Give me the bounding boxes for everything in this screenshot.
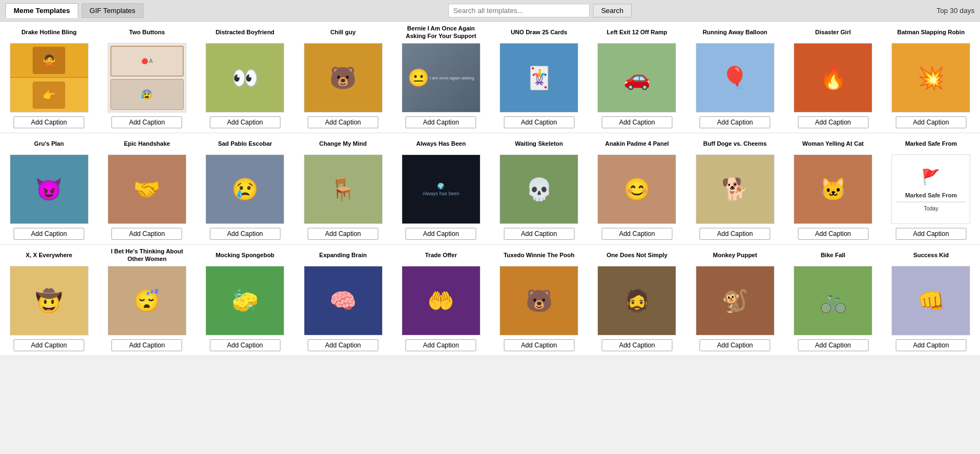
meme-image-alwayshas: 🌍Always has been xyxy=(402,154,480,224)
add-caption-btn-tuxedo[interactable]: Add Caption xyxy=(504,339,575,351)
meme-cell-distracted: Distracted Boyfriend👀Add Caption xyxy=(196,22,294,133)
meme-image-leftexit: 🚗 xyxy=(597,43,676,113)
meme-image-markedsafe: 🚩 Marked Safe From Today xyxy=(891,154,970,224)
meme-title-tradeoffer: Trade Offer xyxy=(425,248,457,263)
meme-cell-expandingbrain: Expanding Brain🧠Add Caption xyxy=(294,245,392,356)
meme-image-disaster: 🔥 xyxy=(794,43,872,113)
search-input[interactable] xyxy=(448,4,590,17)
meme-image-womanyelling: 🐱 xyxy=(794,154,872,224)
add-caption-btn-batman[interactable]: Add Caption xyxy=(896,116,966,128)
add-caption-btn-successkid[interactable]: Add Caption xyxy=(896,339,966,351)
add-caption-btn-xxeverywhere[interactable]: Add Caption xyxy=(14,339,84,351)
add-caption-btn-chill[interactable]: Add Caption xyxy=(308,116,378,128)
meme-title-tuxedo: Tuxedo Winnie The Pooh xyxy=(503,248,574,263)
add-caption-btn-tradeoffer[interactable]: Add Caption xyxy=(405,339,476,351)
meme-cell-bernie: Bernie I Am Once Again Asking For Your S… xyxy=(392,22,490,133)
meme-title-xxeverywhere: X, X Everywhere xyxy=(26,248,72,263)
search-button[interactable]: Search xyxy=(593,4,632,17)
meme-title-drake: Drake Hotline Bling xyxy=(21,25,76,40)
meme-image-chill: 🐻 xyxy=(304,43,383,113)
add-caption-btn-anakin[interactable]: Add Caption xyxy=(602,228,672,240)
add-caption-btn-leftexit[interactable]: Add Caption xyxy=(602,116,672,128)
meme-grid: Drake Hotline Bling 🙅 👉 Add CaptionTwo B… xyxy=(0,22,980,356)
meme-title-sadpablo: Sad Pablo Escobar xyxy=(218,136,272,152)
add-caption-btn-womanyelling[interactable]: Add Caption xyxy=(798,228,869,240)
meme-cell-anakin: Anakin Padme 4 Panel😊Add Caption xyxy=(588,133,686,244)
meme-cell-disaster: Disaster Girl🔥Add Caption xyxy=(784,22,882,133)
add-caption-btn-handshake[interactable]: Add Caption xyxy=(111,228,182,240)
add-caption-btn-bikefall[interactable]: Add Caption xyxy=(798,339,869,351)
meme-title-womanyelling: Woman Yelling At Cat xyxy=(802,136,864,152)
meme-cell-gru: Gru's Plan😈Add Caption xyxy=(0,133,98,244)
add-caption-btn-onedoes[interactable]: Add Caption xyxy=(602,339,672,351)
meme-cell-drake: Drake Hotline Bling 🙅 👉 Add Caption xyxy=(0,22,98,133)
add-caption-btn-ibethes[interactable]: Add Caption xyxy=(111,339,182,351)
add-caption-btn-distracted[interactable]: Add Caption xyxy=(210,116,280,128)
add-caption-btn-uno[interactable]: Add Caption xyxy=(504,116,575,128)
meme-title-onedoes: One Does Not Simply xyxy=(607,248,667,263)
meme-cell-xxeverywhere: X, X Everywhere🤠Add Caption xyxy=(0,245,98,356)
meme-title-disaster: Disaster Girl xyxy=(815,25,851,40)
meme-image-batman: 💥 xyxy=(891,43,970,113)
add-caption-btn-alwayshas[interactable]: Add Caption xyxy=(405,228,476,240)
meme-cell-running: Running Away Balloon🎈Add Caption xyxy=(686,22,784,133)
add-caption-btn-disaster[interactable]: Add Caption xyxy=(798,116,869,128)
add-caption-btn-running[interactable]: Add Caption xyxy=(700,116,770,128)
top-days-label: Top 30 days xyxy=(937,7,975,15)
meme-title-buffdoge: Buff Doge vs. Cheems xyxy=(703,136,767,152)
meme-image-ibethes: 😴 xyxy=(108,266,186,335)
meme-image-tuxedo: 🐻 xyxy=(500,266,578,335)
add-caption-btn-drake[interactable]: Add Caption xyxy=(14,116,84,128)
gif-templates-tab[interactable]: GIF Templates xyxy=(82,3,143,18)
meme-cell-buffdoge: Buff Doge vs. Cheems🐕Add Caption xyxy=(686,133,784,244)
meme-row-0: Drake Hotline Bling 🙅 👉 Add CaptionTwo B… xyxy=(0,22,980,133)
meme-image-buffdoge: 🐕 xyxy=(696,154,775,224)
add-caption-btn-two-buttons[interactable]: Add Caption xyxy=(111,116,182,128)
add-caption-btn-buffdoge[interactable]: Add Caption xyxy=(700,228,770,240)
meme-title-waiting: Waiting Skeleton xyxy=(515,136,563,152)
meme-image-successkid: 👊 xyxy=(891,266,970,335)
meme-image-handshake: 🤝 xyxy=(108,154,186,224)
meme-title-expandingbrain: Expanding Brain xyxy=(319,248,366,263)
meme-image-tradeoffer: 🤲 xyxy=(402,266,480,335)
meme-title-gru: Gru's Plan xyxy=(34,136,64,152)
meme-row-1: Gru's Plan😈Add CaptionEpic Handshake🤝Add… xyxy=(0,133,980,245)
add-caption-btn-sadpablo[interactable]: Add Caption xyxy=(210,228,280,240)
meme-title-two-buttons: Two Buttons xyxy=(129,25,165,40)
meme-title-chill: Chill guy xyxy=(330,25,355,40)
meme-cell-womanyelling: Woman Yelling At Cat🐱Add Caption xyxy=(784,133,882,244)
meme-cell-leftexit: Left Exit 12 Off Ramp🚗Add Caption xyxy=(588,22,686,133)
meme-cell-ibethes: I Bet He's Thinking About Other Women😴Ad… xyxy=(98,245,196,356)
meme-title-changemind: Change My Mind xyxy=(319,136,366,152)
meme-image-xxeverywhere: 🤠 xyxy=(10,266,89,335)
add-caption-btn-expandingbrain[interactable]: Add Caption xyxy=(308,339,378,351)
meme-image-distracted: 👀 xyxy=(205,43,284,113)
meme-title-batman: Batman Slapping Robin xyxy=(897,25,965,40)
meme-title-spongebob: Mocking Spongebob xyxy=(216,248,274,263)
meme-image-expandingbrain: 🧠 xyxy=(304,266,383,335)
add-caption-btn-waiting[interactable]: Add Caption xyxy=(504,228,575,240)
meme-cell-alwayshas: Always Has Been🌍Always has beenAdd Capti… xyxy=(392,133,490,244)
add-caption-btn-changemind[interactable]: Add Caption xyxy=(308,228,378,240)
add-caption-btn-markedsafe[interactable]: Add Caption xyxy=(896,228,966,240)
meme-image-bernie: 😐I am once again asking xyxy=(402,43,480,113)
meme-title-ibethes: I Bet He's Thinking About Other Women xyxy=(108,248,186,263)
add-caption-btn-gru[interactable]: Add Caption xyxy=(14,228,84,240)
meme-title-bernie: Bernie I Am Once Again Asking For Your S… xyxy=(402,25,480,40)
meme-title-bikefall: Bike Fall xyxy=(821,248,845,263)
meme-row-2: X, X Everywhere🤠Add CaptionI Bet He's Th… xyxy=(0,245,980,356)
top-bar: Meme Templates GIF Templates Search Top … xyxy=(0,0,980,22)
meme-image-spongebob: 🧽 xyxy=(205,266,284,335)
meme-cell-onedoes: One Does Not Simply🧔Add Caption xyxy=(588,245,686,356)
meme-templates-tab[interactable]: Meme Templates xyxy=(5,3,78,18)
meme-image-two-buttons: 🔴 A 😰 xyxy=(108,43,186,113)
meme-image-running: 🎈 xyxy=(696,43,775,113)
meme-image-sadpablo: 😢 xyxy=(205,154,284,224)
add-caption-btn-bernie[interactable]: Add Caption xyxy=(405,116,476,128)
meme-cell-uno: UNO Draw 25 Cards🃏Add Caption xyxy=(490,22,588,133)
add-caption-btn-spongebob[interactable]: Add Caption xyxy=(210,339,280,351)
meme-cell-monkey: Monkey Puppet🐒Add Caption xyxy=(686,245,784,356)
meme-image-monkey: 🐒 xyxy=(696,266,775,335)
meme-cell-spongebob: Mocking Spongebob🧽Add Caption xyxy=(196,245,294,356)
add-caption-btn-monkey[interactable]: Add Caption xyxy=(700,339,770,351)
